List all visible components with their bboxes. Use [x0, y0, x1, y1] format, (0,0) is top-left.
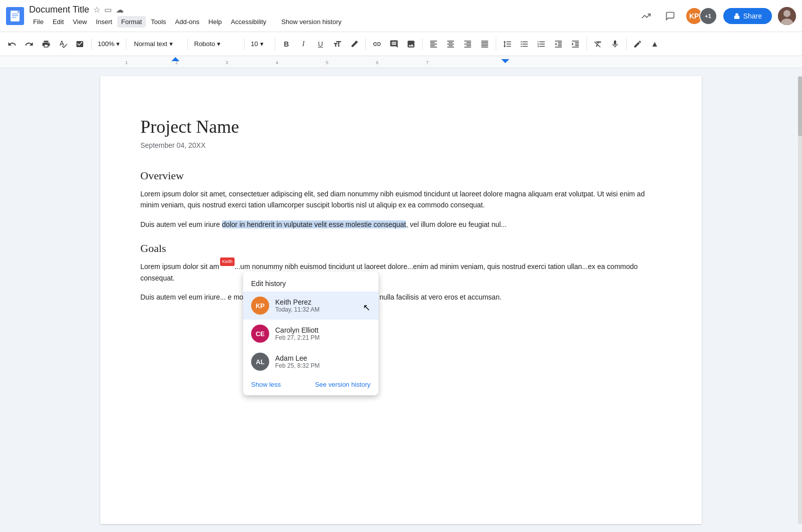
menu-tools[interactable]: Tools	[147, 16, 170, 28]
insert-image-button[interactable]	[403, 36, 419, 52]
goals-para-1: Lorem ipsum dolor sit amKeith...um nonum…	[140, 261, 662, 284]
edit-history-title: Edit history	[243, 272, 378, 292]
menu-help[interactable]: Help	[205, 16, 226, 28]
bullet-list-button[interactable]	[516, 36, 532, 52]
history-item-2[interactable]: AL Adam Lee Feb 25, 8:32 PM	[243, 348, 378, 376]
menu-view[interactable]: View	[69, 16, 91, 28]
cloud-icon[interactable]: ☁	[116, 5, 124, 15]
history-item-0[interactable]: KP Keith Perez Today, 11:32 AM ↖	[243, 292, 378, 320]
svg-rect-5	[734, 16, 739, 19]
doc-page[interactable]: Project Name September 04, 20XX Overview…	[100, 76, 702, 524]
edit-history-popup: Edit history KP Keith Perez Today, 11:32…	[243, 272, 378, 395]
menu-edit[interactable]: Edit	[49, 16, 68, 28]
font-dropdown[interactable]: Roboto ▾	[191, 36, 241, 52]
scrollbar[interactable]	[798, 76, 802, 524]
history-time-kp: Today, 11:32 AM	[275, 306, 357, 313]
overview-para-1: Lorem ipsum dolor sit amet, consectetuer…	[140, 188, 662, 211]
svg-text:5: 5	[326, 60, 328, 65]
line-spacing-button[interactable]	[499, 36, 515, 52]
decrease-indent-button[interactable]	[550, 36, 566, 52]
font-chevron-icon: ▾	[217, 40, 221, 48]
underline-button[interactable]: U	[312, 36, 328, 52]
highlighted-text: dolor in hendrerit in vulputate velit es…	[222, 220, 406, 228]
history-item-1[interactable]: CE Carolyn Elliott Feb 27, 2:21 PM	[243, 320, 378, 348]
chat-icon[interactable]	[661, 7, 679, 25]
align-center-icon	[446, 40, 455, 49]
show-less-link[interactable]: Show less	[251, 381, 281, 388]
user-avatar-main[interactable]	[778, 7, 796, 25]
lock-icon	[733, 13, 740, 20]
toolbar-sep-9	[586, 38, 587, 50]
undo-button[interactable]	[4, 36, 20, 52]
redo-button[interactable]	[21, 36, 37, 52]
history-time-ce: Feb 27, 2:21 PM	[275, 334, 370, 341]
print-button[interactable]	[38, 36, 54, 52]
trending-icon[interactable]	[637, 7, 655, 25]
menu-addons[interactable]: Add-ons	[171, 16, 203, 28]
numbered-list-button[interactable]	[533, 36, 549, 52]
doc-date: September 04, 20XX	[140, 141, 662, 149]
star-icon[interactable]: ☆	[93, 5, 100, 15]
increase-indent-button[interactable]	[567, 36, 583, 52]
font-size-dropdown[interactable]: 10 ▾	[248, 36, 272, 52]
mic-icon	[611, 40, 620, 49]
spellcheck-button[interactable]	[55, 36, 71, 52]
link-button[interactable]	[369, 36, 385, 52]
scrollbar-thumb[interactable]	[798, 76, 802, 136]
clear-formatting-button[interactable]	[590, 36, 606, 52]
edit-mode-icon	[633, 40, 642, 49]
avatar-group2-img: +1	[700, 8, 716, 24]
menu-accessibility[interactable]: Accessibility	[227, 16, 271, 28]
toolbar: 100% ▾ Normal text ▾ Roboto ▾ 10 ▾ B I U	[0, 32, 802, 56]
toolbar-sep-6	[365, 38, 366, 50]
svg-rect-9	[0, 56, 802, 68]
title-area: Document Title ☆ ▭ ☁ File Edit View Inse…	[29, 5, 637, 28]
edit-history-footer: Show less See version history	[243, 376, 378, 395]
editing-mode-button[interactable]	[630, 36, 646, 52]
menu-insert[interactable]: Insert	[92, 16, 116, 28]
voice-input-button[interactable]	[607, 36, 623, 52]
menu-file[interactable]: File	[29, 16, 48, 28]
show-version-history-link[interactable]: Show version history	[281, 18, 341, 26]
collapse-toolbar-button[interactable]: ▲	[647, 36, 663, 52]
history-name-ce: Carolyn Elliott	[275, 326, 370, 334]
align-left-button[interactable]	[426, 36, 442, 52]
overview-heading: Overview	[140, 169, 662, 182]
highlight-button[interactable]	[346, 36, 362, 52]
menu-bar: File Edit View Insert Format Tools Add-o…	[29, 16, 637, 28]
history-avatar-kp: KP	[251, 297, 269, 315]
style-chevron-icon: ▾	[169, 40, 173, 48]
link-icon	[372, 40, 381, 49]
justify-button[interactable]	[477, 36, 493, 52]
align-center-button[interactable]	[443, 36, 459, 52]
svg-text:6: 6	[376, 60, 378, 65]
overview-para2-start: Duis autem vel eum iriure	[140, 220, 222, 228]
underline-icon: U	[318, 40, 323, 48]
zoom-dropdown[interactable]: 100% ▾	[95, 36, 123, 52]
highlight-icon	[350, 40, 359, 49]
bold-button[interactable]: B	[278, 36, 294, 52]
overview-para-2: Duis autem vel eum iriure dolor in hendr…	[140, 219, 662, 230]
avatar-group2[interactable]: +1	[699, 7, 717, 25]
font-color-button[interactable]	[329, 36, 345, 52]
align-right-button[interactable]	[460, 36, 476, 52]
style-label: Normal text	[134, 40, 167, 48]
insert-comment-button[interactable]	[386, 36, 402, 52]
zoom-label: 100%	[98, 40, 114, 48]
see-version-history-link[interactable]: See version history	[315, 381, 370, 388]
italic-button[interactable]: I	[295, 36, 311, 52]
style-dropdown[interactable]: Normal text ▾	[129, 36, 184, 52]
collaborator-cursor-label: Keith	[220, 257, 235, 265]
paint-format-button[interactable]	[72, 36, 88, 52]
doc-title[interactable]: Document Title	[29, 5, 89, 15]
doc-title-row: Document Title ☆ ▭ ☁	[29, 5, 637, 15]
doc-right-margin	[702, 68, 802, 532]
goals-para-2: Duis autem vel eum iriure... e molestie …	[140, 292, 662, 303]
title-bar: Document Title ☆ ▭ ☁ File Edit View Inse…	[0, 0, 802, 32]
collaborator-avatars: KP +1	[685, 7, 717, 25]
cursor-arrow-icon: ↖	[363, 302, 370, 313]
share-button[interactable]: Share	[723, 8, 772, 24]
folder-icon[interactable]: ▭	[104, 5, 112, 15]
menu-format[interactable]: Format	[117, 16, 146, 28]
history-info-kp: Keith Perez Today, 11:32 AM	[275, 298, 357, 313]
